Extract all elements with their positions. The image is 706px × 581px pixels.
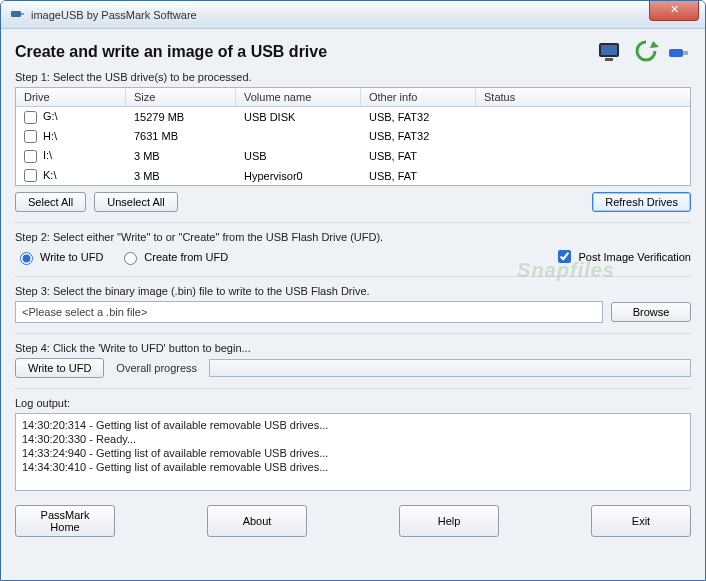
- svg-rect-1: [21, 13, 24, 15]
- col-vol[interactable]: Volume name: [236, 88, 361, 106]
- post-image-verification-checkbox[interactable]: Post Image Verification: [554, 247, 691, 266]
- svg-rect-0: [11, 11, 21, 17]
- svg-rect-7: [683, 51, 688, 55]
- bin-file-input[interactable]: [15, 301, 603, 323]
- app-icon: [9, 7, 25, 23]
- write-to-ufd-button[interactable]: Write to UFD: [15, 358, 104, 378]
- header-icons: [597, 39, 691, 65]
- refresh-drives-button[interactable]: Refresh Drives: [592, 192, 691, 212]
- log-output[interactable]: 14:30:20:314 - Getting list of available…: [15, 413, 691, 491]
- passmark-home-button[interactable]: PassMark Home: [15, 505, 115, 537]
- write-to-ufd-radio[interactable]: Write to UFD: [15, 249, 103, 265]
- step4-label: Step 4: Click the 'Write to UFD' button …: [15, 342, 691, 354]
- svg-rect-3: [601, 45, 617, 55]
- step1-label: Step 1: Select the USB drive(s) to be pr…: [15, 71, 691, 83]
- refresh-icon: [633, 39, 659, 65]
- drive-checkbox[interactable]: [24, 111, 37, 124]
- client-area: Create and write an image of a USB drive…: [1, 29, 705, 549]
- col-status[interactable]: Status: [476, 88, 690, 106]
- table-header: Drive Size Volume name Other info Status: [16, 88, 690, 107]
- table-row[interactable]: I:\3 MBUSBUSB, FAT: [16, 146, 690, 166]
- drive-checkbox[interactable]: [24, 130, 37, 143]
- app-window: imageUSB by PassMark Software ✕ Create a…: [0, 0, 706, 581]
- computer-icon: [597, 39, 627, 65]
- about-button[interactable]: About: [207, 505, 307, 537]
- col-size[interactable]: Size: [126, 88, 236, 106]
- svg-rect-4: [605, 58, 613, 61]
- table-row[interactable]: H:\7631 MBUSB, FAT32: [16, 127, 690, 147]
- unselect-all-button[interactable]: Unselect All: [94, 192, 177, 212]
- table-row[interactable]: G:\15279 MBUSB DISKUSB, FAT32: [16, 107, 690, 127]
- titlebar: imageUSB by PassMark Software ✕: [1, 1, 705, 29]
- col-drive[interactable]: Drive: [16, 88, 126, 106]
- col-other[interactable]: Other info: [361, 88, 476, 106]
- step3-label: Step 3: Select the binary image (.bin) f…: [15, 285, 691, 297]
- window-title: imageUSB by PassMark Software: [31, 9, 197, 21]
- page-title: Create and write an image of a USB drive: [15, 43, 327, 61]
- browse-button[interactable]: Browse: [611, 302, 691, 322]
- usb-drive-icon: [665, 39, 691, 65]
- create-from-ufd-radio[interactable]: Create from UFD: [119, 249, 228, 265]
- help-button[interactable]: Help: [399, 505, 499, 537]
- svg-rect-6: [669, 49, 683, 57]
- close-button[interactable]: ✕: [649, 1, 699, 21]
- step2-label: Step 2: Select either "Write" to or "Cre…: [15, 231, 691, 243]
- drive-table: Drive Size Volume name Other info Status…: [15, 87, 691, 186]
- progress-label: Overall progress: [116, 362, 197, 374]
- drive-checkbox[interactable]: [24, 169, 37, 182]
- svg-marker-5: [650, 41, 659, 48]
- log-label: Log output:: [15, 397, 691, 409]
- table-row[interactable]: K:\3 MBHypervisor0USB, FAT: [16, 166, 690, 186]
- drive-checkbox[interactable]: [24, 150, 37, 163]
- exit-button[interactable]: Exit: [591, 505, 691, 537]
- select-all-button[interactable]: Select All: [15, 192, 86, 212]
- overall-progress-bar: [209, 359, 691, 377]
